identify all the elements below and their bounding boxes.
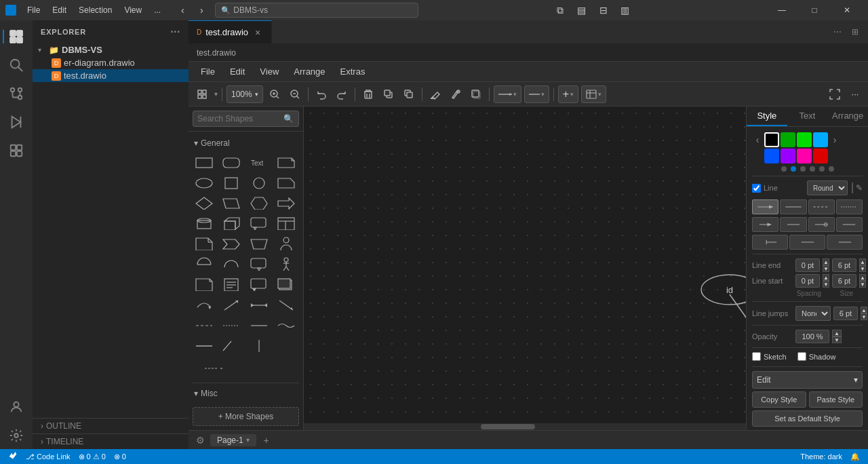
menu-file[interactable]: File bbox=[22, 4, 45, 16]
palette-dot-2[interactable] bbox=[800, 166, 806, 172]
shape-diagonal-arrow2[interactable] bbox=[275, 296, 298, 313]
statusbar-bell[interactable]: 🔔 bbox=[848, 452, 863, 461]
line-start-spacing-input[interactable] bbox=[795, 274, 820, 288]
statusbar-theme[interactable]: Theme: dark bbox=[797, 452, 845, 461]
line-style-dropdown[interactable]: ▾ bbox=[524, 85, 549, 103]
color-swatch-blue[interactable] bbox=[764, 149, 779, 163]
shape-rounded-rect[interactable] bbox=[220, 153, 243, 171]
menu-selection[interactable]: Selection bbox=[73, 4, 117, 16]
toggle-sidebar-button[interactable]: ▤ bbox=[572, 3, 591, 18]
shape-multi-doc[interactable] bbox=[275, 275, 298, 293]
shape-arc[interactable] bbox=[220, 255, 243, 273]
undo-button[interactable] bbox=[313, 85, 330, 103]
shape-cube[interactable] bbox=[220, 214, 243, 232]
line-start-spacing-stepper[interactable]: ▲ ▼ bbox=[823, 274, 829, 288]
statusbar-vscode-icon[interactable] bbox=[5, 452, 20, 461]
activity-explorer[interactable] bbox=[3, 23, 30, 50]
shape-rect[interactable] bbox=[193, 153, 216, 171]
activity-run[interactable] bbox=[3, 109, 30, 136]
to-front-button[interactable] bbox=[380, 85, 397, 103]
shape-trapezoid[interactable] bbox=[248, 235, 271, 252]
tab-test-drawio[interactable]: D test.drawio × bbox=[189, 20, 272, 43]
step-up-4[interactable]: ▲ bbox=[859, 274, 866, 281]
canvas-area[interactable]: id name student bbox=[304, 107, 746, 430]
color-swatch-black[interactable] bbox=[764, 132, 779, 147]
current-page-tab[interactable]: Page-1 ▾ bbox=[210, 434, 256, 446]
split-editor-button[interactable]: ⧉ bbox=[551, 3, 570, 18]
rpanel-tab-text[interactable]: Text bbox=[787, 107, 828, 126]
palette-dot-3[interactable] bbox=[810, 166, 815, 172]
shadow-button[interactable] bbox=[467, 85, 485, 103]
scrollbar-thumb[interactable] bbox=[481, 424, 535, 429]
end-marker-2[interactable] bbox=[780, 217, 806, 232]
shape-dotted-line[interactable] bbox=[220, 316, 243, 334]
nav-back-button[interactable]: ‹ bbox=[174, 3, 191, 18]
fullscreen-button[interactable] bbox=[826, 85, 844, 103]
rpanel-tab-style[interactable]: Style bbox=[747, 107, 787, 126]
set-default-button[interactable]: Set as Default Style bbox=[752, 410, 863, 427]
more-actions-button[interactable]: ⊞ bbox=[848, 24, 863, 39]
palette-dot-5[interactable] bbox=[829, 166, 834, 172]
palette-prev-button[interactable]: ‹ bbox=[752, 132, 763, 147]
drawio-menu-edit[interactable]: Edit bbox=[223, 64, 252, 79]
end-marker-4[interactable] bbox=[836, 217, 863, 232]
shape-arrow-right[interactable] bbox=[275, 194, 298, 212]
line-color-button[interactable] bbox=[447, 85, 465, 103]
statusbar-remote[interactable]: ⊗ 0 bbox=[111, 452, 129, 461]
step-up-2[interactable]: ▲ bbox=[859, 258, 866, 265]
step-up-3[interactable]: ▲ bbox=[823, 274, 829, 281]
diag-btn-1[interactable] bbox=[752, 235, 788, 250]
jumps-step-up[interactable]: ▲ bbox=[861, 307, 867, 313]
connection-style-dropdown[interactable]: ▾ bbox=[494, 85, 521, 103]
color-swatch-darkgreen[interactable] bbox=[781, 132, 795, 147]
shape-arrow-set[interactable] bbox=[193, 360, 233, 377]
line-end-size-input[interactable] bbox=[832, 258, 856, 272]
shape-angled-line[interactable] bbox=[220, 336, 243, 354]
arrow-style-2[interactable] bbox=[780, 199, 806, 214]
shape-right-line[interactable] bbox=[248, 336, 271, 354]
delete-button[interactable] bbox=[359, 85, 377, 103]
line-jumps-size[interactable] bbox=[833, 307, 858, 320]
page-settings-button[interactable]: ⚙ bbox=[193, 433, 208, 448]
jumps-stepper[interactable]: ▲ ▼ bbox=[861, 307, 867, 320]
timeline-section[interactable]: › TIMELINE bbox=[33, 433, 189, 449]
drawio-menu-extras[interactable]: Extras bbox=[334, 64, 372, 79]
fill-color-button[interactable] bbox=[427, 85, 444, 103]
shape-cylinder[interactable] bbox=[193, 214, 216, 232]
shape-person[interactable] bbox=[275, 235, 298, 252]
activity-extensions[interactable] bbox=[3, 137, 30, 164]
palette-dot-4[interactable] bbox=[819, 166, 825, 172]
opacity-stepper[interactable]: ▲ ▼ bbox=[832, 330, 842, 343]
color-swatch-purple[interactable] bbox=[781, 149, 795, 163]
shape-doc2[interactable] bbox=[220, 275, 243, 293]
zoom-dropdown[interactable]: 100% ▾ bbox=[226, 85, 263, 103]
shape-callout[interactable] bbox=[248, 255, 271, 273]
diag-btn-3[interactable] bbox=[827, 235, 863, 250]
arrow-style-3[interactable] bbox=[808, 199, 835, 214]
end-marker-1[interactable] bbox=[752, 217, 778, 232]
table-dropdown[interactable]: ▾ bbox=[581, 85, 606, 103]
end-marker-3[interactable] bbox=[808, 217, 835, 232]
shape-circle[interactable] bbox=[248, 174, 271, 191]
shape-parallelogram[interactable] bbox=[220, 194, 243, 212]
shape-diagonal-arrow[interactable] bbox=[220, 296, 243, 313]
shape-hexagon[interactable] bbox=[248, 194, 271, 212]
shape-folded[interactable] bbox=[193, 235, 216, 252]
tab-close-button[interactable]: × bbox=[252, 27, 263, 38]
shape-dashed-line[interactable] bbox=[193, 316, 216, 334]
minimize-button[interactable]: — bbox=[766, 0, 797, 20]
file-test-drawio[interactable]: D test.drawio bbox=[33, 69, 189, 82]
maximize-button[interactable]: □ bbox=[799, 0, 830, 20]
shape-diamond[interactable] bbox=[193, 194, 216, 212]
line-style-select[interactable]: Rounded Sharp Curved bbox=[807, 180, 848, 195]
misc-section-header[interactable]: ▾ Misc bbox=[193, 386, 299, 401]
more-tb-button[interactable]: ··· bbox=[846, 85, 864, 103]
jumps-step-down[interactable]: ▼ bbox=[861, 313, 867, 320]
step-down-4[interactable]: ▼ bbox=[859, 281, 866, 288]
color-swatch-green[interactable] bbox=[797, 132, 812, 147]
rpanel-tab-arrange[interactable]: Arrange bbox=[827, 107, 868, 126]
shape-wave-line[interactable] bbox=[275, 316, 298, 334]
color-swatch-lightblue[interactable] bbox=[813, 132, 828, 147]
menu-view[interactable]: View bbox=[119, 4, 147, 16]
drawio-menu-arrange[interactable]: Arrange bbox=[287, 64, 332, 79]
